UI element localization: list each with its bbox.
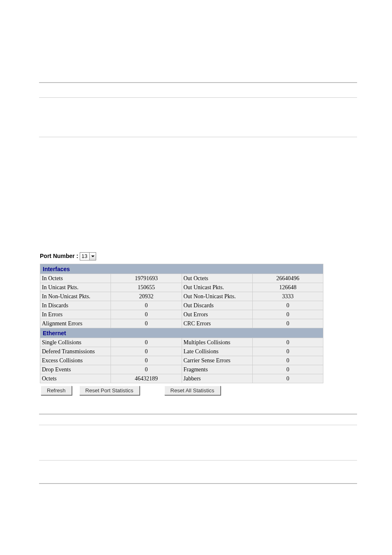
reset-all-statistics-button[interactable]: Reset All Statistics: [164, 386, 221, 395]
stat-label: Out Discards: [182, 301, 252, 310]
table-row: In Discards 0 Out Discards 0: [40, 301, 323, 310]
table-row: Single Collisions 0 Multiples Collisions…: [40, 338, 323, 347]
stat-label: In Discards: [40, 301, 111, 310]
stat-label: Multiples Collisions: [182, 338, 252, 347]
stat-value: 0: [111, 356, 182, 365]
port-number-row: Port Number : 13: [40, 252, 357, 260]
table-row: Alignment Errors 0 CRC Errors 0: [40, 319, 323, 328]
table-row: In Octets 19791693 Out Octets 26640496: [40, 274, 323, 283]
stat-label: In Non-Unicast Pkts.: [40, 292, 111, 301]
stat-label: In Octets: [40, 274, 111, 283]
stat-value: 19791693: [111, 274, 182, 283]
stat-value: 20932: [111, 292, 182, 301]
stat-value: 0: [252, 310, 323, 319]
divider: [39, 137, 357, 137]
stat-value: 0: [252, 338, 323, 347]
divider: [39, 460, 357, 461]
stat-value: 0: [111, 365, 182, 374]
stat-value: 126648: [252, 283, 323, 292]
section-header-interfaces: Interfaces: [40, 264, 323, 274]
section-header-ethernet: Ethernet: [40, 328, 323, 338]
stat-label: Late Collisions: [182, 347, 252, 356]
stat-label: In Errors: [40, 310, 111, 319]
table-row: Defered Transmissions 0 Late Collisions …: [40, 347, 323, 356]
stat-value: 0: [111, 319, 182, 328]
stat-label: Fragments: [182, 365, 252, 374]
table-row: In Unicast Pkts. 150655 Out Unicast Pkts…: [40, 283, 323, 292]
statistics-table: Interfaces In Octets 19791693 Out Octets…: [40, 264, 323, 383]
stat-value: 3333: [252, 292, 323, 301]
stat-label: Single Collisions: [40, 338, 111, 347]
table-row: Excess Collisions 0 Carrier Sense Errors…: [40, 356, 323, 365]
table-row: In Non-Unicast Pkts. 20932 Out Non-Unica…: [40, 292, 323, 301]
stat-value: 26640496: [252, 274, 323, 283]
stat-label: Defered Transmissions: [40, 347, 111, 356]
stat-value: 0: [111, 310, 182, 319]
table-row: In Errors 0 Out Errors 0: [40, 310, 323, 319]
button-row: Refresh Reset Port Statistics Reset All …: [41, 386, 323, 395]
stat-value: 0: [111, 338, 182, 347]
stat-value: 0: [111, 301, 182, 310]
stat-label: Carrier Sense Errors: [182, 356, 252, 365]
divider: [39, 425, 357, 425]
table-row: Octets 46432189 Jabbers 0: [40, 374, 323, 383]
statistics-panel: Interfaces In Octets 19791693 Out Octets…: [40, 264, 323, 395]
stat-label: Alignment Errors: [40, 319, 111, 328]
stat-label: Jabbers: [182, 374, 252, 383]
stat-label: Octets: [40, 374, 111, 383]
stat-value: 0: [252, 374, 323, 383]
port-number-value: 13: [81, 253, 87, 259]
stat-label: Out Errors: [182, 310, 252, 319]
stat-value: 0: [252, 347, 323, 356]
stat-value: 0: [111, 347, 182, 356]
stat-label: In Unicast Pkts.: [40, 283, 111, 292]
stat-label: Out Unicast Pkts.: [182, 283, 252, 292]
port-number-select[interactable]: 13: [80, 252, 96, 260]
stat-value: 150655: [111, 283, 182, 292]
stat-value: 0: [252, 356, 323, 365]
stat-label: CRC Errors: [182, 319, 252, 328]
stat-value: 0: [252, 301, 323, 310]
stat-value: 0: [252, 365, 323, 374]
chevron-down-icon: [89, 253, 96, 260]
port-number-label: Port Number :: [40, 253, 78, 259]
divider: [39, 414, 357, 415]
table-row: Drop Events 0 Fragments 0: [40, 365, 323, 374]
stat-value: 0: [252, 319, 323, 328]
stat-label: Drop Events: [40, 365, 111, 374]
divider: [39, 483, 357, 484]
stat-value: 46432189: [111, 374, 182, 383]
stat-label: Excess Collisions: [40, 356, 111, 365]
divider: [39, 97, 357, 98]
refresh-button[interactable]: Refresh: [41, 386, 72, 395]
stat-label: Out Octets: [182, 274, 252, 283]
reset-port-statistics-button[interactable]: Reset Port Statistics: [79, 386, 140, 395]
divider: [39, 82, 357, 83]
stat-label: Out Non-Unicast Pkts.: [182, 292, 252, 301]
